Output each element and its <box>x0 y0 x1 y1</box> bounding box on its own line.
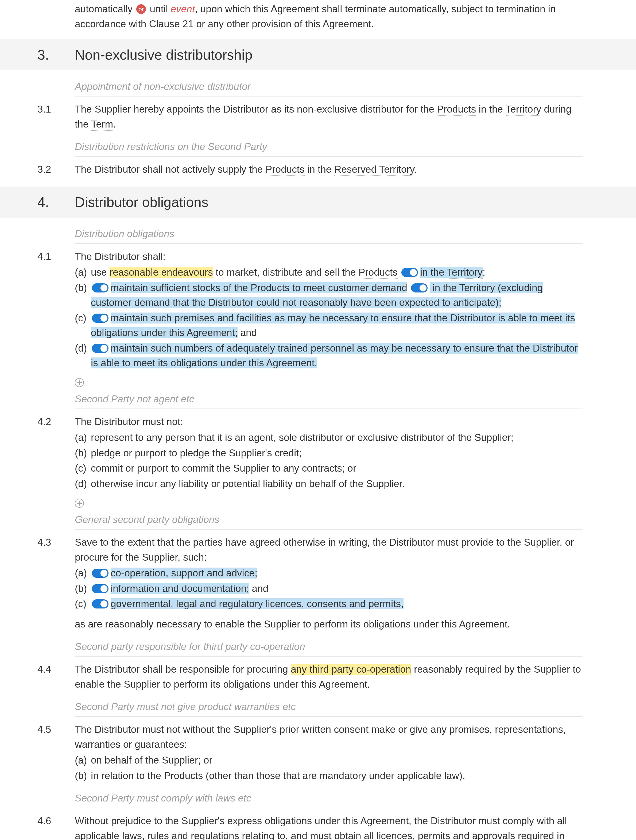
item-body: maintain sufficient stocks of the Produc… <box>91 281 582 310</box>
defined-term-territory[interactable]: Territory <box>447 267 483 279</box>
optional-span[interactable]: co-operation, support and advice; <box>111 568 257 578</box>
section-title: Distributor obligations <box>75 194 208 210</box>
clause-number: 4.5 <box>38 722 75 752</box>
add-item-row <box>0 371 636 391</box>
text: in the <box>305 164 334 175</box>
subheading: Distribution obligations <box>75 228 582 244</box>
item-body: use reasonable endeavours to market, dis… <box>91 265 582 280</box>
clause-number: 3.1 <box>38 102 75 131</box>
event-placeholder[interactable]: event <box>171 3 195 14</box>
subheading: Appointment of non-exclusive distributor <box>75 81 582 96</box>
defined-term-territory[interactable]: Territory <box>505 104 542 116</box>
clause-number: 4.3 <box>38 535 75 565</box>
list-item: (d)otherwise incur any liability or pote… <box>75 476 582 491</box>
item-letter: (c) <box>75 597 91 611</box>
subheading: Second party responsible for third party… <box>75 641 582 657</box>
clause-4-6: 4.6 Without prejudice to the Supplier's … <box>0 808 636 840</box>
subheading-row: Second party responsible for third party… <box>0 632 636 657</box>
clause-text: The Distributor must not: <box>75 414 582 429</box>
item-body: maintain such premises and facilities as… <box>91 311 582 340</box>
subheading: Distribution restrictions on the Second … <box>75 141 582 157</box>
clause-text: Save to the extent that the parties have… <box>75 535 582 565</box>
list-item: (c)commit or purport to commit the Suppl… <box>75 460 582 476</box>
optional-span[interactable]: information and documentation; <box>111 583 249 594</box>
subheading: Second Party not agent etc <box>75 393 582 409</box>
option-toggle[interactable] <box>92 283 109 292</box>
text: use <box>91 267 110 278</box>
defined-term-reserved-territory[interactable]: Reserved Territory <box>334 164 414 176</box>
list-item: (a) use reasonable endeavours to market,… <box>75 264 582 280</box>
item-letter: (a) <box>75 430 91 445</box>
subheading: Second Party must not give product warra… <box>75 701 582 717</box>
section-number: 3. <box>38 47 75 63</box>
clause-4-1: 4.1 The Distributor shall: <box>0 244 636 264</box>
item-letter: (a) <box>75 265 91 280</box>
text: in relation to the <box>91 770 164 781</box>
defined-term-products[interactable]: Products <box>266 164 305 176</box>
option-toggle[interactable] <box>92 314 109 323</box>
section-title: Non-exclusive distributorship <box>75 47 252 63</box>
editable-span[interactable]: reasonable endeavours <box>110 267 213 278</box>
subheading-row: Distribution obligations <box>0 218 636 244</box>
section-number: 4. <box>38 194 75 210</box>
clause-4-3: 4.3 Save to the extent that the parties … <box>0 530 636 565</box>
clause-3-1: 3.1 The Supplier hereby appoints the Dis… <box>0 96 636 131</box>
item-letter: (b) <box>75 581 91 596</box>
defined-term-term[interactable]: Term <box>91 119 113 131</box>
subheading-row: General second party obligations <box>0 512 636 530</box>
option-toggle[interactable] <box>401 268 418 277</box>
text: to market, distribute and sell the <box>213 267 359 278</box>
item-letter: (b) <box>75 446 91 461</box>
text: in the <box>420 267 447 278</box>
item-body: maintain such numbers of adequately trai… <box>91 341 582 371</box>
list-item: (a)on behalf of the Supplier; or <box>75 752 582 768</box>
or-chip[interactable]: or <box>136 4 146 14</box>
text: in the <box>476 104 505 115</box>
intro-fragment: automatically or until event, upon which… <box>0 0 636 31</box>
defined-term-products[interactable]: Products <box>164 770 203 782</box>
item-letter: (d) <box>75 477 91 491</box>
list-item: (b) maintain sufficient stocks of the Pr… <box>75 280 582 310</box>
list-item: (c) maintain such premises and facilitie… <box>75 310 582 340</box>
add-item-icon[interactable] <box>75 499 84 508</box>
defined-term-products[interactable]: Products <box>437 104 476 116</box>
option-toggle[interactable] <box>92 599 109 608</box>
item-body: on behalf of the Supplier; or <box>91 753 582 768</box>
option-toggle[interactable] <box>92 584 109 593</box>
optional-span[interactable]: maintain sufficient stocks of the Produc… <box>111 282 407 293</box>
add-item-row <box>0 491 636 512</box>
intro-pre: automatically <box>75 3 135 14</box>
text: The Supplier hereby appoints the Distrib… <box>75 104 437 115</box>
item-letter: (a) <box>75 566 91 581</box>
document-page: automatically or until event, upon which… <box>0 0 636 840</box>
list-item: (a)represent to any person that it is an… <box>75 429 582 445</box>
optional-span[interactable]: governmental, legal and regulatory licen… <box>111 598 403 609</box>
list-item: (c)governmental, legal and regulatory li… <box>75 596 582 611</box>
clause-text: The Distributor must not without the Sup… <box>75 722 582 752</box>
option-toggle[interactable] <box>411 283 428 292</box>
add-item-icon[interactable] <box>75 378 84 387</box>
editable-span[interactable]: any third party co-operation <box>291 664 411 675</box>
defined-term-territory[interactable]: Territory <box>460 282 495 294</box>
clause-number: 4.2 <box>38 414 75 429</box>
option-toggle[interactable] <box>92 568 109 578</box>
optional-span[interactable]: in the Territory <box>420 267 483 278</box>
item-body: in relation to the Products (other than … <box>91 768 582 783</box>
clause-4-4: 4.4 The Distributor shall be responsible… <box>0 657 636 692</box>
clause-4-2: 4.2 The Distributor must not: <box>0 409 636 429</box>
clause-4-5: 4.5 The Distributor must not without the… <box>0 717 636 752</box>
item-body: commit or purport to commit the Supplier… <box>91 461 582 476</box>
defined-term-products[interactable]: Products <box>359 267 398 279</box>
clause-number: 4.6 <box>38 813 75 840</box>
subheading-row: Appointment of non-exclusive distributor <box>0 70 636 96</box>
optional-span[interactable]: maintain such numbers of adequately trai… <box>91 343 578 369</box>
text: The Distributor shall not actively suppl… <box>75 164 266 175</box>
subheading: Second Party must comply with laws etc <box>75 793 582 808</box>
item-body: information and documentation; and <box>91 581 582 596</box>
item-letter: (c) <box>75 311 91 340</box>
optional-span[interactable]: maintain such premises and facilities as… <box>91 313 575 338</box>
text: ; <box>483 267 485 278</box>
text <box>398 267 400 278</box>
list-item: (b)pledge or purport to pledge the Suppl… <box>75 445 582 461</box>
option-toggle[interactable] <box>92 344 109 353</box>
